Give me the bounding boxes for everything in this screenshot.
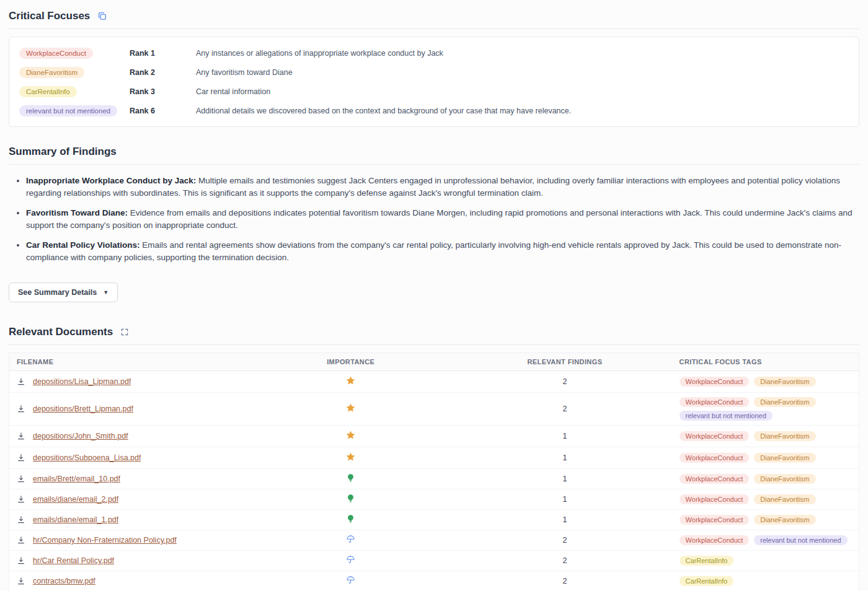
download-icon[interactable] bbox=[17, 495, 25, 504]
expand-icon[interactable] bbox=[119, 326, 130, 338]
summary-bullet: Favoritism Toward Diane: Evidence from e… bbox=[26, 207, 859, 231]
tags-cell: WorkplaceConductDianeFavoritism bbox=[672, 469, 859, 489]
filename-link[interactable]: emails/diane/email_2.pdf bbox=[33, 495, 118, 504]
focus-description: Car rental information bbox=[168, 87, 849, 96]
column-header: Importance bbox=[244, 353, 458, 371]
lightbulb-icon bbox=[346, 473, 355, 483]
focus-description: Additional details we discovered based o… bbox=[168, 107, 849, 115]
lightbulb-icon bbox=[346, 494, 355, 503]
download-icon[interactable] bbox=[17, 453, 25, 462]
umbrella-icon bbox=[346, 535, 355, 544]
filename-cell: depositions/Lisa_Lipman.pdf bbox=[9, 371, 244, 393]
column-header: Critical Focus Tags bbox=[672, 353, 859, 371]
filename-link[interactable]: emails/Brett/email_10.pdf bbox=[33, 475, 120, 483]
summary-bullet-text: Emails and rental agreements show deviat… bbox=[26, 240, 841, 262]
focus-rank: Rank 2 bbox=[130, 68, 168, 77]
importance-cell bbox=[244, 469, 458, 489]
download-icon[interactable] bbox=[17, 536, 25, 545]
download-icon[interactable] bbox=[17, 405, 25, 413]
focus-tag-cell: CarRentalInfo bbox=[19, 85, 130, 97]
document-row: depositions/Brett_Lipman.pdf2WorkplaceCo… bbox=[9, 393, 859, 426]
focus-tag: relevant but not mentioned bbox=[754, 535, 847, 545]
documents-table: FilenameImportanceRelevant FindingsCriti… bbox=[9, 353, 859, 591]
documents-table-header-row: FilenameImportanceRelevant FindingsCriti… bbox=[9, 353, 859, 371]
document-row: depositions/John_Smith.pdf1WorkplaceCond… bbox=[9, 426, 859, 447]
column-header: Relevant Findings bbox=[458, 353, 671, 371]
see-summary-details-label: See Summary Details bbox=[18, 288, 97, 297]
critical-focuses-list: WorkplaceConductRank 1Any instances or a… bbox=[9, 43, 859, 120]
focus-tag: CarRentalInfo bbox=[19, 86, 77, 97]
tags-cell: WorkplaceConductDianeFavoritism bbox=[672, 447, 859, 469]
download-icon[interactable] bbox=[17, 577, 25, 585]
umbrella-icon bbox=[346, 555, 355, 564]
filename-link[interactable]: contracts/bmw.pdf bbox=[33, 577, 95, 585]
importance-cell bbox=[244, 426, 458, 447]
importance-cell bbox=[244, 551, 458, 571]
document-row: emails/diane/email_2.pdf1WorkplaceConduc… bbox=[9, 489, 859, 510]
focus-tag: DianeFavoritism bbox=[754, 453, 815, 463]
focus-rank: Rank 3 bbox=[130, 87, 168, 96]
focus-tag: DianeFavoritism bbox=[754, 474, 815, 484]
focus-description: Any favoritism toward Diane bbox=[168, 68, 849, 77]
filename-link[interactable]: emails/diane/email_1.pdf bbox=[33, 515, 118, 524]
filename-link[interactable]: hr/Company Non-Fraternization Policy.pdf bbox=[33, 536, 177, 545]
documents-header: Relevant Documents bbox=[9, 323, 859, 345]
download-icon[interactable] bbox=[17, 556, 25, 565]
filename-link[interactable]: hr/Car Rental Policy.pdf bbox=[33, 556, 114, 565]
findings-count: 1 bbox=[458, 510, 671, 530]
document-row: depositions/Lisa_Lipman.pdf2WorkplaceCon… bbox=[9, 371, 859, 393]
tags-cell: WorkplaceConductrelevant but not mention… bbox=[672, 530, 859, 551]
critical-focuses-header: Critical Focuses bbox=[9, 7, 859, 29]
critical-focus-row: WorkplaceConductRank 1Any instances or a… bbox=[9, 43, 859, 63]
document-row: contracts/bmw.pdf2CarRentalInfo bbox=[9, 571, 859, 591]
focus-tag: DianeFavoritism bbox=[754, 515, 815, 525]
critical-focus-row: DianeFavoritismRank 2Any favoritism towa… bbox=[9, 63, 859, 82]
tags-cell: WorkplaceConductDianeFavoritism bbox=[672, 510, 859, 530]
focus-tag: WorkplaceConduct bbox=[680, 515, 750, 525]
summary-header: Summary of Findings bbox=[9, 143, 859, 165]
filename-cell: hr/Company Non-Fraternization Policy.pdf bbox=[9, 530, 244, 551]
critical-focuses-title: Critical Focuses bbox=[9, 10, 90, 22]
focus-tag: WorkplaceConduct bbox=[680, 494, 750, 504]
filename-link[interactable]: depositions/Brett_Lipman.pdf bbox=[33, 405, 133, 413]
filename-cell: emails/Brett/email_10.pdf bbox=[9, 469, 244, 489]
filename-cell: emails/diane/email_1.pdf bbox=[9, 510, 244, 530]
focus-tag: DianeFavoritism bbox=[754, 377, 815, 387]
copy-icon[interactable] bbox=[96, 10, 108, 22]
documents-table-body: depositions/Lisa_Lipman.pdf2WorkplaceCon… bbox=[9, 371, 859, 591]
focus-tag: DianeFavoritism bbox=[754, 494, 815, 504]
importance-cell bbox=[244, 447, 458, 469]
download-icon[interactable] bbox=[17, 515, 25, 524]
download-icon[interactable] bbox=[17, 475, 25, 483]
document-row: depositions/Subpoena_Lisa.pdf1WorkplaceC… bbox=[9, 447, 859, 469]
importance-cell bbox=[244, 530, 458, 551]
focus-tag: relevant but not mentioned bbox=[19, 105, 117, 116]
star-icon bbox=[345, 375, 356, 386]
summary-section: Summary of Findings Inappropriate Workpl… bbox=[9, 143, 859, 302]
summary-bullet-text: Evidence from emails and depositions ind… bbox=[26, 208, 852, 230]
filename-link[interactable]: depositions/Subpoena_Lisa.pdf bbox=[33, 453, 141, 462]
see-summary-details-button[interactable]: See Summary Details ▼ bbox=[9, 282, 118, 302]
documents-table-container: FilenameImportanceRelevant FindingsCriti… bbox=[9, 352, 859, 591]
focus-tag: WorkplaceConduct bbox=[680, 453, 750, 463]
documents-title: Relevant Documents bbox=[9, 326, 113, 338]
column-header: Filename bbox=[9, 353, 244, 371]
download-icon[interactable] bbox=[17, 432, 25, 440]
focus-tag-cell: relevant but not mentioned bbox=[19, 105, 130, 116]
filename-cell: depositions/Subpoena_Lisa.pdf bbox=[9, 447, 244, 469]
filename-link[interactable]: depositions/Lisa_Lipman.pdf bbox=[33, 377, 131, 386]
findings-count: 2 bbox=[458, 571, 671, 591]
findings-count: 1 bbox=[458, 426, 671, 447]
importance-cell bbox=[244, 571, 458, 591]
download-icon[interactable] bbox=[17, 377, 25, 386]
focus-tag: WorkplaceConduct bbox=[680, 377, 750, 387]
tags-cell: WorkplaceConductDianeFavoritism bbox=[672, 489, 859, 510]
summary-bullet-list: Inappropriate Workplace Conduct by Jack:… bbox=[9, 175, 859, 263]
document-row: hr/Car Rental Policy.pdf2CarRentalInfo bbox=[9, 551, 859, 571]
critical-focus-row: CarRentalInfoRank 3Car rental informatio… bbox=[9, 82, 859, 101]
focus-tag: WorkplaceConduct bbox=[19, 48, 93, 59]
filename-link[interactable]: depositions/John_Smith.pdf bbox=[33, 432, 128, 440]
summary-bullet: Car Rental Policy Violations: Emails and… bbox=[26, 239, 859, 263]
focus-rank: Rank 6 bbox=[130, 107, 168, 115]
focus-rank: Rank 1 bbox=[130, 49, 168, 58]
